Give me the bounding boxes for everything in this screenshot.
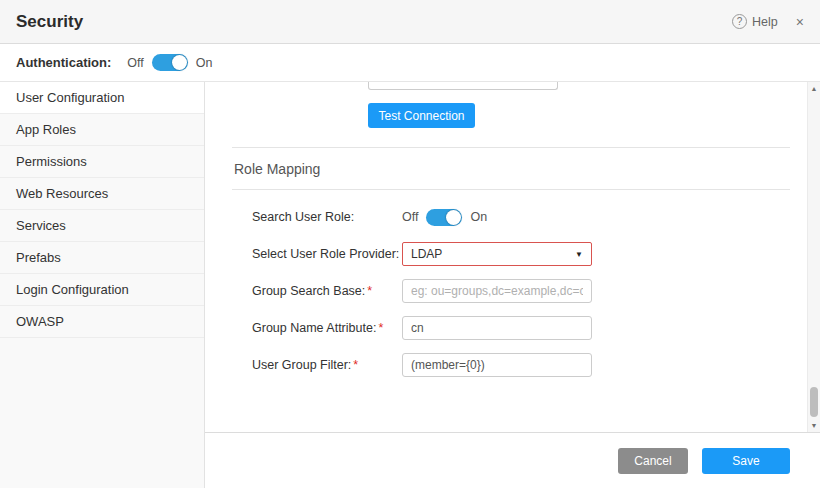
search-user-role-off-label: Off xyxy=(402,210,418,224)
group-name-attribute-label-text: Group Name Attribute: xyxy=(252,321,376,335)
previous-field-partial-input[interactable] xyxy=(368,82,558,90)
required-asterisk: * xyxy=(367,284,372,298)
cancel-button[interactable]: Cancel xyxy=(618,448,688,474)
footer-action-bar: Cancel Save xyxy=(205,432,820,488)
sidebar-item-app-roles[interactable]: App Roles xyxy=(0,114,204,146)
group-name-attribute-input[interactable] xyxy=(402,316,592,340)
page-title: Security xyxy=(16,12,83,32)
vertical-scrollbar[interactable]: ▲ ▼ xyxy=(807,82,820,432)
required-asterisk: * xyxy=(353,358,358,372)
user-group-filter-label: User Group Filter:* xyxy=(252,358,402,372)
scrollable-form-area: Test Connection Role Mapping Search User… xyxy=(205,82,807,432)
required-asterisk: * xyxy=(378,321,383,335)
authentication-off-label: Off xyxy=(127,56,143,70)
user-group-filter-row: User Group Filter:* xyxy=(252,353,790,377)
scroll-down-icon[interactable]: ▼ xyxy=(808,419,820,432)
group-name-attribute-row: Group Name Attribute:* xyxy=(252,316,790,340)
search-user-role-on-label: On xyxy=(470,210,487,224)
close-icon[interactable]: × xyxy=(796,15,804,29)
sidebar-item-user-configuration[interactable]: User Configuration xyxy=(0,82,204,114)
group-search-base-label: Group Search Base:* xyxy=(252,284,402,298)
group-name-attribute-label: Group Name Attribute:* xyxy=(252,321,402,335)
search-user-role-toggle-knob xyxy=(446,210,461,225)
search-user-role-toggle[interactable] xyxy=(426,209,462,226)
authentication-label: Authentication: xyxy=(16,55,111,70)
help-label: Help xyxy=(752,15,778,29)
role-mapping-title: Role Mapping xyxy=(232,148,790,190)
dropdown-arrow-icon: ▼ xyxy=(575,250,583,259)
sidebar-item-web-resources[interactable]: Web Resources xyxy=(0,178,204,210)
search-user-role-row: Search User Role: Off On xyxy=(252,205,790,229)
group-search-base-label-text: Group Search Base: xyxy=(252,284,365,298)
authentication-on-label: On xyxy=(196,56,213,70)
search-user-role-label: Search User Role: xyxy=(252,210,402,224)
save-button[interactable]: Save xyxy=(702,448,790,474)
header: Security ? Help × xyxy=(0,0,820,44)
authentication-toggle-group: Off On xyxy=(127,54,212,71)
scrollbar-thumb[interactable] xyxy=(810,387,818,417)
test-connection-button[interactable]: Test Connection xyxy=(368,103,475,128)
header-actions: ? Help × xyxy=(732,14,804,29)
sidebar: User Configuration App Roles Permissions… xyxy=(0,82,205,488)
provider-row: Select User Role Provider: LDAP ▼ xyxy=(252,242,790,266)
user-group-filter-label-text: User Group Filter: xyxy=(252,358,351,372)
role-mapping-form: Search User Role: Off On Select User Rol… xyxy=(232,190,790,377)
user-group-filter-input[interactable] xyxy=(402,353,592,377)
sidebar-item-owasp[interactable]: OWASP xyxy=(0,306,204,338)
sidebar-item-prefabs[interactable]: Prefabs xyxy=(0,242,204,274)
provider-label: Select User Role Provider: xyxy=(252,247,402,261)
search-user-role-toggle-group: Off On xyxy=(402,209,487,226)
user-role-provider-selected-value: LDAP xyxy=(411,247,442,261)
help-button[interactable]: ? Help xyxy=(732,14,778,29)
role-mapping-panel: Role Mapping Search User Role: Off On Se… xyxy=(232,147,790,390)
help-icon: ? xyxy=(732,14,747,29)
sidebar-item-services[interactable]: Services xyxy=(0,210,204,242)
user-role-provider-select[interactable]: LDAP ▼ xyxy=(402,242,592,266)
main-content: Test Connection Role Mapping Search User… xyxy=(205,82,820,488)
authentication-toggle[interactable] xyxy=(152,54,188,71)
scroll-up-icon[interactable]: ▲ xyxy=(808,82,820,95)
group-search-base-row: Group Search Base:* xyxy=(252,279,790,303)
sidebar-item-login-configuration[interactable]: Login Configuration xyxy=(0,274,204,306)
sidebar-item-permissions[interactable]: Permissions xyxy=(0,146,204,178)
group-search-base-input[interactable] xyxy=(402,279,592,303)
authentication-toggle-knob xyxy=(172,55,187,70)
authentication-bar: Authentication: Off On xyxy=(0,44,820,82)
